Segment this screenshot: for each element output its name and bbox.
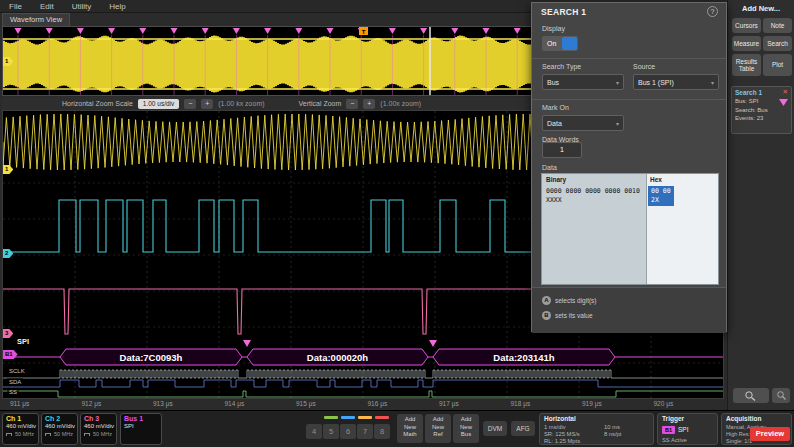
channel-badge-3[interactable]: Ch 3460 mV/div50 MHz <box>80 413 117 445</box>
knob-a-badge: A <box>542 296 551 305</box>
signal-label-sda: SDA <box>7 378 23 386</box>
digital-channel-indicator <box>324 416 338 419</box>
channel-name: Ch 1 <box>3 414 38 422</box>
time-label: 920 μs <box>654 400 674 407</box>
svg-text:T: T <box>362 29 366 35</box>
time-label: 914 μs <box>225 400 245 407</box>
mark-on-value: Data <box>547 120 562 127</box>
h-zoom-scale-value[interactable]: 1.00 us/div <box>138 99 179 109</box>
digital-channel-indicator <box>358 416 372 419</box>
trigger-bus-chip: B1 <box>662 426 675 434</box>
hex-line-2: 2X <box>651 196 671 205</box>
add-search-button[interactable]: Search <box>763 36 792 51</box>
search1-detail: Events: 23 <box>732 114 791 123</box>
channel-bandwidth: 50 MHz <box>93 431 112 437</box>
chevron-down-icon: ▾ <box>711 79 714 86</box>
time-label: 917 μs <box>439 400 459 407</box>
source-select[interactable]: Bus 1 (SPI) ▾ <box>633 74 719 90</box>
dvm-button[interactable]: DVM <box>483 421 507 436</box>
acquisition-title: Acquisition <box>726 415 761 422</box>
h-zoom-factor-label: (1.00 kx zoom) <box>218 100 264 107</box>
time-label: 912 μs <box>82 400 102 407</box>
channel-6-button[interactable]: 6 <box>340 424 356 439</box>
data-pattern-panel[interactable]: Binary Hex 0000 0000 0000 0000 0010 XXXX… <box>541 173 719 285</box>
horizontal-panel[interactable]: Horizontal 1 ms/divSR: 125 MS/sRL: 1.25 … <box>539 413 654 445</box>
channel-4-button[interactable]: 4 <box>306 424 322 439</box>
help-icon[interactable]: ? <box>707 6 718 17</box>
time-label: 915 μs <box>296 400 316 407</box>
menu-help[interactable]: Help <box>100 2 134 11</box>
add-new-math-button[interactable]: Add New Math <box>397 414 423 443</box>
add-plot-button[interactable]: Plot <box>763 54 792 76</box>
add-note-button[interactable]: Note <box>763 18 792 33</box>
mark-on-select[interactable]: Data ▾ <box>542 115 624 131</box>
channel-bandwidth: 50 MHz <box>15 431 34 437</box>
h-zoom-increase-button[interactable]: + <box>201 99 213 109</box>
search1-result-card[interactable]: Search 1 ✕ Bus: SPISearch: BusEvents: 23 <box>731 86 792 134</box>
knob-b-badge: B <box>542 311 551 320</box>
add-cursors-button[interactable]: Cursors <box>732 18 761 33</box>
acquisition-value: Single: 1/1 <box>726 438 752 444</box>
v-zoom-label: Vertical Zoom <box>299 100 342 107</box>
zoom-mode-button[interactable] <box>772 388 790 403</box>
bus-type: SPI <box>121 422 161 429</box>
channel-badge-2[interactable]: Ch 2460 mV/div50 MHz <box>41 413 78 445</box>
channel-7-button[interactable]: 7 <box>357 424 373 439</box>
zoom-search-button[interactable] <box>733 388 769 403</box>
menu-edit[interactable]: Edit <box>31 2 63 11</box>
divider <box>532 99 726 100</box>
data-words-input[interactable]: 1 <box>542 142 582 158</box>
display-toggle-state: On <box>547 36 556 51</box>
tab-waveform-view[interactable]: Waveform View <box>2 13 70 26</box>
horizontal-value: SR: 125 MS/s <box>544 431 580 437</box>
add-measure-button[interactable]: Measure <box>732 36 761 51</box>
h-zoom-decrease-button[interactable]: − <box>184 99 196 109</box>
channel-scale: 460 mV/div <box>42 422 77 429</box>
hex-line-1: 00 00 <box>651 187 671 196</box>
channel-scale: 460 mV/div <box>81 422 116 429</box>
close-icon[interactable]: ✕ <box>783 88 788 96</box>
add-results-table-button[interactable]: Results Table <box>732 54 761 76</box>
search1-card-title: Search 1 <box>735 89 762 96</box>
menu-utility[interactable]: Utility <box>63 2 101 11</box>
hex-pattern-value[interactable]: 00 00 2X <box>648 186 674 206</box>
search1-detail: Search: Bus <box>732 106 791 115</box>
display-toggle[interactable]: On <box>542 36 578 51</box>
channel-8-button[interactable]: 8 <box>374 424 390 439</box>
trigger-panel[interactable]: Trigger B1 SPI SS Active <box>657 413 718 445</box>
channel-bandwidth: 50 MHz <box>54 431 73 437</box>
channel-badge-1[interactable]: Ch 1460 mV/div50 MHz <box>2 413 39 445</box>
hex-header: Hex <box>650 176 662 183</box>
time-axis: 911 μs912 μs913 μs914 μs915 μs916 μs917 … <box>2 399 724 410</box>
knob-a-hint: selects digit(s) <box>555 297 597 304</box>
add-new-ref-button[interactable]: Add New Ref <box>425 414 451 443</box>
channel-5-button[interactable]: 5 <box>323 424 339 439</box>
coupling-icon <box>45 433 51 436</box>
bus-spi-label: SPI <box>17 337 29 346</box>
search-type-label: Search Type <box>542 63 581 70</box>
binary-pattern-value[interactable]: 0000 0000 0000 0000 0010 XXXX <box>546 187 644 205</box>
time-label: 919 μs <box>582 400 602 407</box>
bus-decode-value: Data:000020h <box>307 352 368 363</box>
coupling-icon <box>84 433 90 436</box>
oscilloscope-screen: FileEditUtilityHelp Waveform View T 1 Ho… <box>0 0 794 447</box>
bus-decode-value: Data:203141h <box>493 352 554 363</box>
v-zoom-increase-button[interactable]: + <box>363 99 375 109</box>
source-label: Source <box>633 63 655 70</box>
search-type-select[interactable]: Bus ▾ <box>542 74 624 90</box>
afg-button[interactable]: AFG <box>511 421 535 436</box>
h-zoom-scale-label: Horizontal Zoom Scale <box>62 100 133 107</box>
chevron-down-icon: ▾ <box>616 120 619 127</box>
dialog-footer: A selects digit(s) B sets its value <box>532 287 726 333</box>
bus1-badge[interactable]: Bus 1SPI <box>120 413 162 445</box>
search-mark-icon <box>779 99 788 106</box>
add-new-title: Add New... <box>728 4 794 13</box>
source-value: Bus 1 (SPI) <box>638 79 674 86</box>
v-zoom-decrease-button[interactable]: − <box>346 99 358 109</box>
signal-label-ss: SS <box>7 388 19 396</box>
horizontal-value: 8 ns/pt <box>604 431 621 437</box>
channel-name: Ch 2 <box>42 414 77 422</box>
add-new-bus-button[interactable]: Add New Bus <box>453 414 479 443</box>
search-dialog-title: SEARCH 1 <box>541 7 586 17</box>
menu-file[interactable]: File <box>0 2 31 11</box>
